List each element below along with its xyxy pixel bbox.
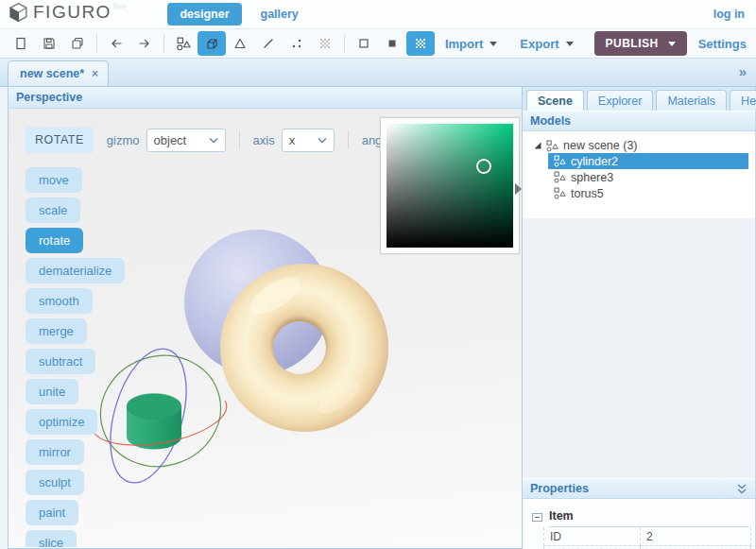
models-header-label: Models <box>530 114 571 128</box>
tab-scene[interactable]: Scene <box>526 90 584 111</box>
tab-explorer[interactable]: Explorer <box>587 90 654 111</box>
active-tool-label: ROTATE <box>26 127 94 153</box>
color-picker-handle[interactable] <box>476 159 491 174</box>
duplicate-icon-button[interactable] <box>63 31 92 56</box>
grid-faded-icon-button[interactable] <box>311 31 339 56</box>
properties-content: Item ID 2 <box>523 499 755 549</box>
property-value[interactable]: 2 <box>641 527 751 546</box>
tool-unite[interactable]: unite <box>26 379 78 404</box>
tool-subtract[interactable]: subtract <box>26 349 95 374</box>
table-row: ID 2 <box>543 527 751 546</box>
tool-dematerialize[interactable]: dematerialize <box>26 258 125 283</box>
tool-buttons-column: move scale rotate dematerialize smooth m… <box>26 167 125 547</box>
redo-icon-button[interactable] <box>130 31 159 56</box>
duplicate-icon <box>70 36 85 51</box>
export-menu-button[interactable]: Export <box>520 37 573 51</box>
undo-icon-button[interactable] <box>102 31 130 56</box>
close-tab-icon[interactable]: × <box>92 67 98 80</box>
line-icon <box>261 36 276 51</box>
collapse-group-icon[interactable] <box>532 513 542 522</box>
grid-pattern-icon-button[interactable] <box>406 31 435 56</box>
login-link[interactable]: log in <box>713 8 745 21</box>
chevron-down-icon <box>490 42 497 46</box>
tool-scale[interactable]: scale <box>26 197 80 223</box>
tree-root-row[interactable]: new scene (3) <box>523 138 755 153</box>
tab-materials[interactable]: Materials <box>656 90 727 111</box>
vertices-icon-button[interactable] <box>283 31 311 56</box>
properties-header-label: Properties <box>530 482 589 495</box>
tool-merge[interactable]: merge <box>26 318 87 344</box>
tab-help[interactable]: Help <box>730 90 756 111</box>
scene-node-icon <box>546 140 558 152</box>
chevron-down-icon <box>668 42 676 46</box>
app-logo[interactable]: FIGURO live <box>8 1 126 27</box>
save-icon <box>42 36 57 51</box>
solid-cube-icon <box>204 36 220 52</box>
vertices-icon <box>289 36 304 51</box>
tree-item-torus5[interactable]: torus5 <box>548 185 748 201</box>
tool-slice[interactable]: slice <box>26 530 77 547</box>
main-toolbar: Import Export PUBLISH Settings <box>0 28 756 59</box>
toolbar-separator <box>96 34 97 53</box>
models-header: Models <box>523 111 755 131</box>
object-node-icon <box>554 155 566 167</box>
tree-item-sphere3[interactable]: sphere3 <box>548 169 748 185</box>
chevron-down-icon <box>318 137 327 144</box>
scene-tree: new scene (3) cylinder2 sphere3 torus5 <box>523 131 755 218</box>
properties-header: Properties <box>523 478 755 499</box>
logo-text: FIGURO <box>33 1 112 24</box>
panel-filler <box>523 218 755 478</box>
undo-icon <box>109 36 124 51</box>
side-panel: Scene Explorer Materials Help Models new… <box>523 87 756 549</box>
tool-optimize[interactable]: optimize <box>26 409 97 435</box>
tool-move[interactable]: move <box>26 167 82 193</box>
color-saturation-area[interactable] <box>387 124 513 248</box>
solid-cube-icon-button[interactable] <box>198 31 226 56</box>
object-node-icon <box>554 171 566 183</box>
tool-smooth[interactable]: smooth <box>26 288 93 314</box>
chevron-down-icon <box>209 137 218 144</box>
square-filled-icon-button[interactable] <box>378 31 406 56</box>
cube-logo-icon <box>8 1 29 27</box>
tree-item-cylinder2[interactable]: cylinder2 <box>548 153 748 169</box>
nav-designer-button[interactable]: designer <box>167 3 241 26</box>
import-menu-button[interactable]: Import <box>445 37 497 51</box>
nav-gallery-link[interactable]: gallery <box>261 8 299 21</box>
tool-sculpt[interactable]: sculpt <box>26 470 84 495</box>
tool-mirror[interactable]: mirror <box>26 439 84 465</box>
save-icon-button[interactable] <box>35 31 63 56</box>
triangle-icon-button[interactable] <box>226 31 254 56</box>
toolbar-right-group: Import Export PUBLISH Settings <box>445 31 756 56</box>
color-picker-expand-icon[interactable] <box>515 183 522 195</box>
color-picker <box>380 117 520 254</box>
settings-link[interactable]: Settings <box>698 37 747 51</box>
grid-faded-icon <box>318 36 333 51</box>
group-label: Item <box>549 509 574 523</box>
tree-root-label: new scene (3) <box>563 139 638 152</box>
toolbar-separator <box>344 34 345 53</box>
controls-separator <box>239 130 240 149</box>
tree-item-label: cylinder2 <box>571 155 618 168</box>
viewport-canvas[interactable]: ROTATE gizmo object axis x angle move sc… <box>9 109 522 547</box>
tool-rotate[interactable]: rotate <box>26 228 83 253</box>
gizmo-value: object <box>154 133 187 147</box>
redo-icon <box>137 36 152 51</box>
line-icon-button[interactable] <box>254 31 283 56</box>
gizmo-select[interactable]: object <box>146 129 226 152</box>
tab-overflow-icon[interactable]: » <box>739 63 747 79</box>
scene-shapes-icon <box>176 36 191 51</box>
tool-paint[interactable]: paint <box>26 500 78 525</box>
new-file-icon-button[interactable] <box>7 31 35 56</box>
scene-document-tab[interactable]: new scene* × <box>8 60 109 86</box>
publish-button[interactable]: PUBLISH <box>594 31 687 56</box>
axis-select[interactable]: x <box>282 129 335 152</box>
tree-expand-icon[interactable] <box>534 142 541 149</box>
export-label: Export <box>520 37 558 51</box>
toolbar-separator <box>163 34 164 53</box>
axis-value: x <box>289 133 296 147</box>
publish-label: PUBLISH <box>606 37 659 50</box>
collapse-double-chevron-icon[interactable] <box>736 484 747 494</box>
scene-shapes-icon-button[interactable] <box>169 31 198 56</box>
import-label: Import <box>445 37 483 51</box>
square-outline-icon-button[interactable] <box>350 31 378 56</box>
